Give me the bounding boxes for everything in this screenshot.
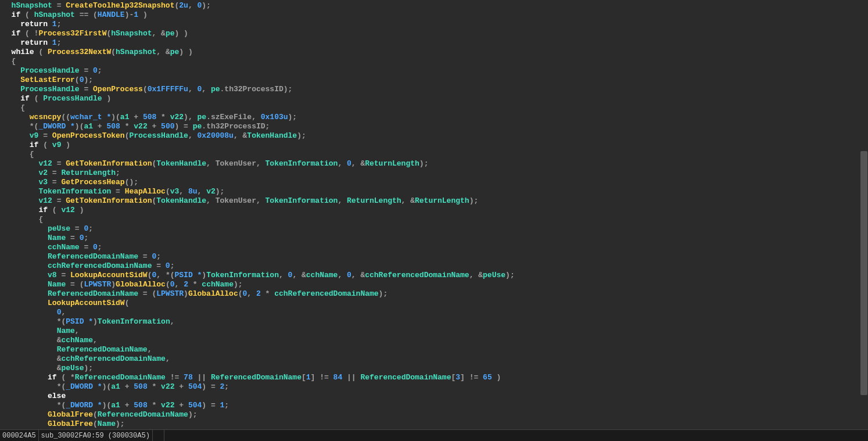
code-line[interactable]: v9 = OpenProcessToken(ProcessHandle, 0x2… [0, 131, 868, 141]
code-line[interactable]: { [0, 103, 868, 113]
vertical-scrollbar[interactable] [860, 0, 868, 429]
code-line[interactable]: TokenInformation = HeapAlloc(v3, 8u, v2)… [0, 187, 868, 196]
code-line[interactable]: { [0, 215, 868, 224]
code-line[interactable]: GlobalFree(ReferencedDomainName); [0, 410, 868, 420]
code-line[interactable]: if ( hSnapshot == (HANDLE)-1 ) [0, 10, 868, 20]
code-line[interactable]: ReferencedDomainName, [0, 345, 868, 354]
code-line[interactable]: return 1; [0, 20, 868, 29]
decompiler-view[interactable]: hSnapshot = CreateToolhelp32Snapshot(2u,… [0, 0, 868, 429]
code-line[interactable]: ProcessHandle = OpenProcess(0x1FFFFFu, 0… [0, 85, 868, 94]
code-line[interactable]: Name = (LPWSTR)GlobalAlloc(0, 2 * cchNam… [0, 280, 868, 289]
code-line[interactable]: v12 = GetTokenInformation(TokenHandle, T… [0, 159, 868, 168]
code-line[interactable]: hSnapshot = CreateToolhelp32Snapshot(2u,… [0, 1, 868, 10]
code-line[interactable]: &cchName, [0, 336, 868, 345]
code-line[interactable]: ReferencedDomainName = 0; [0, 252, 868, 261]
code-line[interactable]: &cchReferencedDomainName, [0, 354, 868, 364]
code-line[interactable]: if ( !Process32FirstW(hSnapshot, &pe) ) [0, 29, 868, 38]
code-line[interactable]: if ( v9 ) [0, 141, 868, 150]
code-line[interactable]: ProcessHandle = 0; [0, 66, 868, 76]
code-line[interactable]: if ( ProcessHandle ) [0, 94, 868, 103]
code-line[interactable]: { [0, 150, 868, 159]
status-command-input[interactable] [153, 430, 164, 441]
code-line[interactable]: &peUse); [0, 364, 868, 373]
code-line[interactable]: v12 = GetTokenInformation(TokenHandle, T… [0, 196, 868, 206]
code-line[interactable]: *(_DWORD *)(a1 + 508 * v22 + 500) = pe.t… [0, 122, 868, 131]
code-line[interactable]: LookupAccountSidW( [0, 299, 868, 308]
code-line[interactable]: { [0, 57, 868, 66]
code-line[interactable]: peUse = 0; [0, 224, 868, 234]
code-line[interactable]: Name, [0, 327, 868, 336]
code-line[interactable]: return 1; [0, 38, 868, 48]
code-line[interactable]: *(_DWORD *)(a1 + 508 * v22 + 504) = 2; [0, 382, 868, 392]
code-line[interactable]: while ( Process32NextW(hSnapshot, &pe) ) [0, 48, 868, 57]
code-line[interactable]: ReferencedDomainName = (LPWSTR)GlobalAll… [0, 289, 868, 299]
status-location: sub_30002FA0:59 (300030A5) [39, 430, 153, 441]
code-line[interactable]: Name = 0; [0, 234, 868, 243]
scrollbar-thumb[interactable] [860, 151, 867, 395]
code-line[interactable]: else [0, 392, 868, 401]
code-line[interactable]: if ( v12 ) [0, 206, 868, 215]
code-line[interactable]: *(PSID *)TokenInformation, [0, 317, 868, 327]
code-line[interactable]: v8 = LookupAccountSidW(0, *(PSID *)Token… [0, 271, 868, 280]
status-bar: 000024A5 sub_30002FA0:59 (300030A5) [0, 429, 868, 441]
code-line[interactable]: wcsncpy((wchar_t *)(a1 + 508 * v22), pe.… [0, 113, 868, 122]
status-offset: 000024A5 [0, 430, 39, 441]
code-line[interactable]: SetLastError(0); [0, 76, 868, 85]
code-line[interactable]: cchName = 0; [0, 243, 868, 252]
code-line[interactable]: 0, [0, 308, 868, 317]
code-line[interactable]: v3 = GetProcessHeap(); [0, 178, 868, 187]
code-line[interactable]: v2 = ReturnLength; [0, 168, 868, 178]
code-line[interactable]: if ( *ReferencedDomainName != 78 || Refe… [0, 373, 868, 382]
code-line[interactable]: cchReferencedDomainName = 0; [0, 261, 868, 271]
code-line[interactable]: *(_DWORD *)(a1 + 508 * v22 + 504) = 1; [0, 401, 868, 410]
code-line[interactable]: GlobalFree(Name); [0, 420, 868, 429]
